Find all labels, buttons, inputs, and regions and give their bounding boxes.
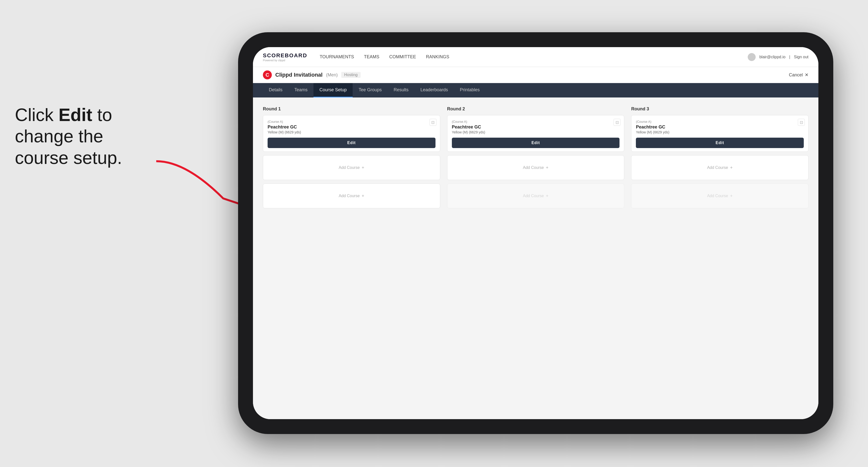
sub-tabs: Details Teams Course Setup Tee Groups Re… (253, 83, 818, 97)
round-3-course-card: ⊡ (Course A) Peachtree GC Yellow (M) (66… (631, 115, 808, 152)
top-nav: SCOREBOARD Powered by clippd TOURNAMENTS… (253, 47, 818, 67)
round-2-course-tee: Yellow (M) (6629 yds) (452, 130, 620, 134)
round-3-column: Round 3 ⊡ (Course A) Peachtree GC Yellow… (631, 106, 808, 212)
tab-results[interactable]: Results (388, 83, 414, 97)
round-3-add-course-1-plus-icon: + (730, 165, 733, 170)
logo-sub: Powered by clippd (263, 59, 307, 62)
round-3-delete-icon[interactable]: ⊡ (798, 119, 805, 126)
round-1-delete-icon[interactable]: ⊡ (430, 119, 436, 126)
round-1-course-card: ⊡ (Course A) Peachtree GC Yellow (M) (66… (263, 115, 440, 152)
tournament-name: Clippd Invitational (275, 72, 323, 78)
round-3-course-label: (Course A) (636, 120, 804, 124)
bold-edit: Edit (59, 105, 92, 125)
round-1-add-course-1[interactable]: Add Course + (263, 155, 440, 180)
round-3-add-course-1[interactable]: Add Course + (631, 155, 808, 180)
round-1-header: Round 1 (263, 106, 440, 112)
round-2-add-course-1[interactable]: Add Course + (447, 155, 624, 180)
round-3-course-tee: Yellow (M) (6629 yds) (636, 130, 804, 134)
tournament-bar: C Clippd Invitational (Men) Hosting Canc… (253, 67, 818, 83)
round-2-edit-button[interactable]: Edit (452, 138, 620, 148)
round-1-course-label: (Course A) (268, 120, 435, 124)
cancel-button[interactable]: Cancel ✕ (789, 72, 808, 77)
round-3-add-course-2-label: Add Course (707, 194, 728, 198)
round-3-add-course-2-plus-icon: + (730, 193, 733, 199)
round-2-delete-icon[interactable]: ⊡ (614, 119, 620, 126)
round-3-header: Round 3 (631, 106, 808, 112)
round-2-add-course-2-label: Add Course (523, 194, 544, 198)
round-1-edit-button[interactable]: Edit (268, 138, 435, 148)
round-3-edit-button[interactable]: Edit (636, 138, 804, 148)
sign-out-link[interactable]: Sign out (794, 55, 808, 59)
round-1-add-course-2[interactable]: Add Course + (263, 184, 440, 208)
tab-teams[interactable]: Teams (288, 83, 313, 97)
round-2-course-label: (Course A) (452, 120, 620, 124)
user-avatar (748, 53, 756, 61)
round-2-add-course-1-plus-icon: + (546, 165, 549, 170)
nav-rankings[interactable]: RANKINGS (426, 54, 450, 60)
round-3-add-course-1-label: Add Course (707, 165, 728, 170)
round-3-course-name: Peachtree GC (636, 125, 804, 130)
round-2-course-card: ⊡ (Course A) Peachtree GC Yellow (M) (66… (447, 115, 624, 152)
add-course-1-label: Add Course (339, 165, 360, 170)
tab-details[interactable]: Details (263, 83, 288, 97)
round-1-course-tee: Yellow (M) (6629 yds) (268, 130, 435, 134)
nav-links: TOURNAMENTS TEAMS COMMITTEE RANKINGS (320, 54, 748, 60)
rounds-grid: Round 1 ⊡ (Course A) Peachtree GC Yellow… (263, 106, 808, 212)
separator: | (789, 55, 790, 59)
nav-committee[interactable]: COMMITTEE (390, 54, 416, 60)
tab-tee-groups[interactable]: Tee Groups (353, 83, 388, 97)
round-2-add-course-2: Add Course + (447, 184, 624, 208)
round-1-course-name: Peachtree GC (268, 125, 435, 130)
logo-scoreboard: SCOREBOARD (263, 52, 307, 59)
round-2-header: Round 2 (447, 106, 624, 112)
main-content: Round 1 ⊡ (Course A) Peachtree GC Yellow… (253, 97, 818, 419)
logo-area: SCOREBOARD Powered by clippd (263, 52, 307, 62)
hosting-badge: Hosting (341, 72, 361, 78)
round-2-add-course-2-plus-icon: + (546, 193, 549, 199)
clippd-logo: C (263, 70, 272, 80)
tournament-info: C Clippd Invitational (Men) Hosting (263, 70, 361, 80)
round-3-add-course-2: Add Course + (631, 184, 808, 208)
cancel-x-icon: ✕ (805, 72, 808, 77)
tablet-screen: SCOREBOARD Powered by clippd TOURNAMENTS… (253, 47, 818, 419)
tablet-shell: SCOREBOARD Powered by clippd TOURNAMENTS… (238, 32, 833, 434)
nav-tournaments[interactable]: TOURNAMENTS (320, 54, 354, 60)
user-email: blair@clippd.io (760, 55, 785, 59)
user-area: blair@clippd.io | Sign out (748, 53, 808, 61)
round-2-add-course-1-label: Add Course (523, 165, 544, 170)
tab-leaderboards[interactable]: Leaderboards (414, 83, 454, 97)
tab-course-setup[interactable]: Course Setup (313, 83, 353, 97)
round-2-course-name: Peachtree GC (452, 125, 620, 130)
tournament-gender: (Men) (326, 72, 338, 77)
add-course-2-label: Add Course (339, 194, 360, 198)
round-1-column: Round 1 ⊡ (Course A) Peachtree GC Yellow… (263, 106, 440, 212)
tab-printables[interactable]: Printables (454, 83, 486, 97)
instruction-text: Click Edit tochange thecourse setup. (15, 104, 159, 168)
add-course-2-plus-icon: + (362, 193, 364, 199)
nav-teams[interactable]: TEAMS (364, 54, 379, 60)
round-2-column: Round 2 ⊡ (Course A) Peachtree GC Yellow… (447, 106, 624, 212)
add-course-1-plus-icon: + (362, 165, 364, 170)
